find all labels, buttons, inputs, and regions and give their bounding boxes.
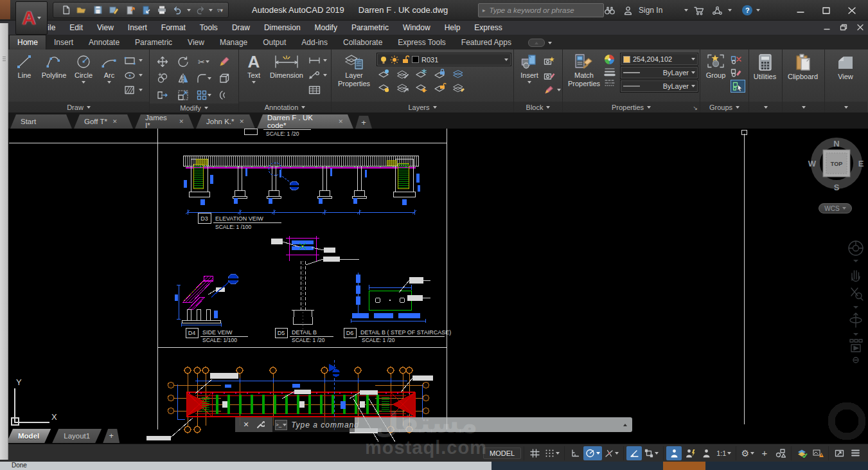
help-caret[interactable] xyxy=(756,9,760,12)
create-block-button[interactable] xyxy=(544,54,561,67)
plot-button[interactable] xyxy=(155,3,169,17)
fillet-flyout-caret[interactable] xyxy=(208,77,211,80)
linetype-dropdown[interactable]: ByLayer xyxy=(620,80,698,93)
ribbon-display-menu-caret[interactable] xyxy=(548,42,552,44)
multileader-flyout-caret[interactable] xyxy=(323,74,327,77)
performance-warning-button[interactable] xyxy=(810,446,826,460)
layer-freeze-icon[interactable] xyxy=(415,69,428,79)
utilities-button[interactable]: Utilities xyxy=(749,51,781,101)
open-from-web-button[interactable] xyxy=(123,3,137,17)
tab-home[interactable]: Home xyxy=(9,35,46,50)
layer-on-icon[interactable] xyxy=(378,82,391,93)
fillet-button[interactable] xyxy=(197,73,211,84)
command-input[interactable]: >_ Type a command xyxy=(272,417,355,432)
isolate-objects-button[interactable] xyxy=(773,446,788,460)
annotation-scale-person[interactable] xyxy=(698,446,714,460)
text-flyout-caret[interactable] xyxy=(252,81,256,84)
undo-button[interactable] xyxy=(171,3,185,17)
model-space-button[interactable]: MODEL xyxy=(483,447,521,459)
close-tab-icon[interactable]: ✕ xyxy=(239,118,244,125)
group-edit-button[interactable] xyxy=(731,67,745,78)
orbit-menu-caret[interactable] xyxy=(853,333,858,336)
layer-properties-button[interactable]: Layer Properties xyxy=(334,51,374,101)
panel-view-footer[interactable] xyxy=(825,102,867,113)
tab-view[interactable]: View xyxy=(180,35,212,50)
menu-format[interactable]: Format xyxy=(154,23,193,32)
erase-button[interactable] xyxy=(218,56,230,68)
tab-output[interactable]: Output xyxy=(255,35,294,50)
steering-wheel-button[interactable] xyxy=(849,241,863,255)
viewcube-south[interactable]: S xyxy=(834,183,840,192)
trim-button[interactable]: ✂ xyxy=(198,57,209,67)
doc-minimize-button[interactable] xyxy=(822,22,832,32)
search-button[interactable] xyxy=(603,4,617,17)
copy-button[interactable] xyxy=(157,73,168,84)
palette-edge-strip[interactable] xyxy=(0,23,8,460)
move-button[interactable] xyxy=(157,56,168,68)
ortho-toggle[interactable] xyxy=(567,446,583,460)
annotation-scale-caret[interactable] xyxy=(727,452,731,455)
command-customize-wrench-icon[interactable] xyxy=(256,420,265,429)
panel-utilities-footer[interactable] xyxy=(749,102,782,113)
array-button[interactable] xyxy=(197,90,211,100)
customization-menu-button[interactable] xyxy=(847,446,863,460)
view-button[interactable]: View xyxy=(826,51,865,101)
panel-block-footer[interactable]: Block xyxy=(514,102,562,113)
insert-block-button[interactable]: Insert xyxy=(517,51,542,101)
menu-draw[interactable]: Draw xyxy=(225,23,257,32)
model-tab[interactable]: Model xyxy=(6,429,51,443)
rectangle-flyout-caret[interactable] xyxy=(139,59,143,62)
navbar-collapse-button[interactable] xyxy=(853,357,858,363)
doc-close-button[interactable] xyxy=(855,22,865,32)
menu-parametric[interactable]: Parametric xyxy=(344,23,396,32)
properties-dialog-launcher[interactable]: ↘ xyxy=(693,105,698,111)
explode-button[interactable] xyxy=(218,73,230,84)
object-snap-tracking-toggle[interactable] xyxy=(626,446,642,460)
tab-annotate[interactable]: Annotate xyxy=(81,35,127,50)
app-store-button[interactable] xyxy=(692,4,706,17)
a360-button[interactable] xyxy=(710,4,724,17)
pan-button[interactable] xyxy=(852,271,860,282)
workspace-switching-button[interactable]: ⚙ xyxy=(739,446,756,460)
file-tab-john[interactable]: John K.*✕ xyxy=(196,114,255,129)
help-button[interactable]: ? xyxy=(742,5,752,15)
wheel-menu-caret[interactable] xyxy=(853,260,858,262)
polar-tracking-toggle[interactable] xyxy=(583,446,602,460)
drawing-canvas[interactable]: SCALE: 1 /20 xyxy=(0,129,868,444)
save-as-button[interactable] xyxy=(107,3,121,17)
hatch-button[interactable] xyxy=(124,84,143,96)
panel-properties-footer[interactable]: Properties xyxy=(563,102,700,113)
a360-caret[interactable] xyxy=(728,9,732,12)
file-tab-start[interactable]: Start xyxy=(10,114,72,129)
panel-groups-footer[interactable]: Groups xyxy=(700,102,748,113)
ellipse-button[interactable] xyxy=(124,69,143,82)
doc-restore-button[interactable] xyxy=(838,22,849,32)
hatch-flyout-caret[interactable] xyxy=(139,89,143,91)
hardware-acceleration-button[interactable] xyxy=(794,446,810,460)
panel-layers-footer[interactable]: Layers xyxy=(332,102,513,113)
scale-button[interactable] xyxy=(177,89,189,101)
help-search-field[interactable]: ▸ Type a keyword or phrase xyxy=(478,3,604,17)
zoom-menu-caret[interactable] xyxy=(853,306,858,309)
save-button[interactable] xyxy=(91,3,105,17)
dimension-flyout-caret[interactable] xyxy=(323,59,327,62)
new-file-button[interactable] xyxy=(58,3,73,17)
layer-unlock-tool-icon[interactable] xyxy=(434,82,447,93)
group-selection-toggle[interactable] xyxy=(731,80,745,93)
dimension-button[interactable]: Dimension xyxy=(266,51,307,101)
layer-make-current-icon[interactable] xyxy=(452,69,465,79)
linear-dimension-button[interactable] xyxy=(308,54,327,67)
arc-button[interactable]: Arc xyxy=(97,51,121,101)
new-layout-button[interactable]: + xyxy=(103,429,120,443)
circle-flyout-caret[interactable] xyxy=(82,81,85,84)
snap-caret[interactable] xyxy=(556,452,560,455)
menu-edit[interactable]: Edit xyxy=(62,23,90,32)
workspace-caret[interactable] xyxy=(750,452,754,455)
sign-in-caret[interactable] xyxy=(684,9,688,12)
clipboard-button[interactable]: Clipboard xyxy=(783,51,823,101)
redo-list-caret[interactable] xyxy=(209,9,213,12)
command-line-bar[interactable]: ✕ >_ Type a command xyxy=(235,417,632,432)
snap-mode-toggle[interactable] xyxy=(543,446,562,460)
layer-lock-icon[interactable] xyxy=(434,69,447,79)
tab-featured-apps[interactable]: Featured Apps xyxy=(454,35,519,50)
